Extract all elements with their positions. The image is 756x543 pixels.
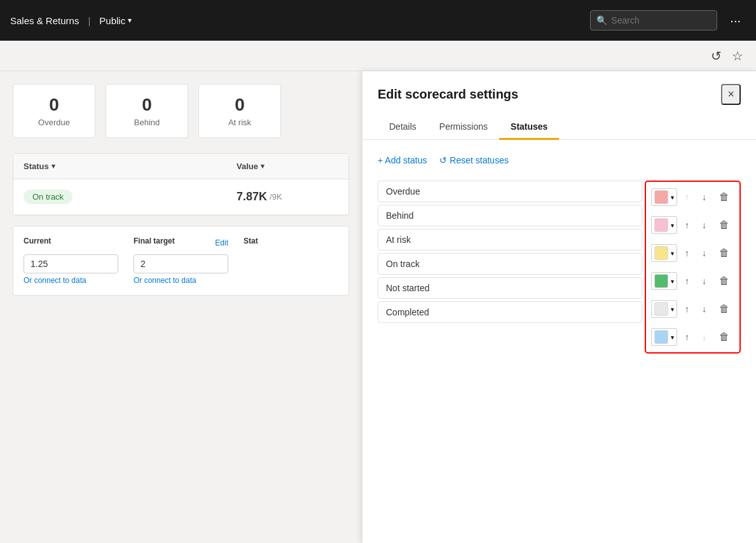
current-input[interactable] <box>24 254 118 273</box>
topbar: Sales & Returns | Public ▾ 🔍 ··· <box>0 0 756 41</box>
connect-to-data-target[interactable]: Or connect to data <box>134 276 228 285</box>
status-cell: On track <box>24 189 237 204</box>
delete-completed[interactable]: 🗑 <box>714 329 734 345</box>
kpi-card-overdue: 0 Overdue <box>13 84 95 138</box>
status-item-completed: Completed <box>378 301 642 323</box>
panel-title-row: Edit scorecard settings × <box>378 84 741 105</box>
status-name-not-started: Not started <box>386 283 634 293</box>
color-picker-at-risk[interactable]: ▾ <box>651 244 677 262</box>
kpi-label-at-risk: At risk <box>214 118 265 127</box>
topbar-divider: | <box>88 15 90 26</box>
value-number: 7.87K <box>237 190 267 203</box>
more-options-button[interactable]: ··· <box>725 11 746 31</box>
color-swatch-behind <box>654 218 668 232</box>
visibility-selector[interactable]: Public ▾ <box>99 15 132 26</box>
col-header-value[interactable]: Value ▾ <box>237 162 338 171</box>
kpi-label-behind: Behind <box>121 118 172 127</box>
color-picker-completed[interactable]: ▾ <box>651 328 677 346</box>
move-up-on-track[interactable]: ↑ <box>680 273 694 289</box>
toolbar: ↺ ☆ <box>0 41 756 71</box>
move-up-at-risk[interactable]: ↑ <box>680 245 694 261</box>
color-swatch-at-risk <box>654 246 668 260</box>
move-up-not-started[interactable]: ↑ <box>680 301 694 317</box>
kpi-card-at-risk: 0 At risk <box>198 84 281 138</box>
visibility-label: Public <box>99 15 125 26</box>
status-controls-highlight: ▾ ↑ ↓ 🗑 ▾ ↑ ↓ 🗑 <box>645 181 741 354</box>
delete-behind[interactable]: 🗑 <box>714 217 734 233</box>
move-up-completed[interactable]: ↑ <box>680 329 694 345</box>
chevron-down-icon: ▾ <box>671 334 674 341</box>
left-panel: 0 Overdue 0 Behind 0 At risk Status ▾ Va… <box>0 71 362 543</box>
chevron-down-icon: ▾ <box>52 162 55 170</box>
kpi-row: 0 Overdue 0 Behind 0 At risk <box>13 84 349 138</box>
color-picker-on-track[interactable]: ▾ <box>651 272 677 290</box>
topbar-left: Sales & Returns | Public ▾ <box>10 15 132 26</box>
delete-not-started[interactable]: 🗑 <box>714 301 734 317</box>
status-item-overdue: Overdue <box>378 181 642 202</box>
reset-statuses-button[interactable]: ↺ Reset statuses <box>439 153 509 168</box>
delete-on-track[interactable]: 🗑 <box>714 273 734 289</box>
action-buttons: + Add status ↺ Reset statuses <box>378 153 741 168</box>
on-track-badge: On track <box>24 189 72 204</box>
current-label: Current <box>24 237 51 245</box>
edit-link[interactable]: Edit <box>215 238 228 247</box>
kpi-number-overdue: 0 <box>29 95 79 115</box>
panel-header: Edit scorecard settings × Details Permis… <box>362 71 756 140</box>
tab-permissions[interactable]: Permissions <box>428 115 499 140</box>
final-target-label: Final target <box>134 237 175 245</box>
move-down-at-risk[interactable]: ↓ <box>697 245 711 261</box>
controls-row-behind: ▾ ↑ ↓ 🗑 <box>649 212 737 238</box>
move-down-completed[interactable]: ↓ <box>697 329 711 345</box>
color-picker-overdue[interactable]: ▾ <box>651 188 677 206</box>
move-down-not-started[interactable]: ↓ <box>697 301 711 317</box>
status-col-label: Stat <box>244 237 338 245</box>
status-list-container: Overdue Behind At risk On track Not star… <box>378 181 741 354</box>
search-input[interactable] <box>590 10 717 31</box>
delete-at-risk[interactable]: 🗑 <box>714 245 734 261</box>
value-sub: /9K <box>270 192 282 202</box>
right-panel: Edit scorecard settings × Details Permis… <box>362 71 756 543</box>
final-target-col: Final target Edit Or connect to data <box>134 237 228 285</box>
kpi-number-behind: 0 <box>121 95 172 115</box>
favorite-icon[interactable]: ☆ <box>732 48 743 64</box>
chevron-down-icon: ▾ <box>671 222 674 229</box>
refresh-icon[interactable]: ↺ <box>711 48 722 64</box>
add-status-button[interactable]: + Add status <box>378 153 427 168</box>
tab-statuses[interactable]: Statuses <box>499 115 559 140</box>
status-name-completed: Completed <box>386 307 634 317</box>
status-name-behind: Behind <box>386 210 634 221</box>
controls-row-on-track: ▾ ↑ ↓ 🗑 <box>649 268 737 294</box>
controls-row-completed: ▾ ↑ ↓ 🗑 <box>649 324 737 350</box>
panel-close-button[interactable]: × <box>721 84 741 105</box>
chevron-down-icon: ▾ <box>671 306 674 313</box>
move-up-behind[interactable]: ↑ <box>680 217 694 233</box>
status-name-on-track: On track <box>386 259 634 269</box>
status-item-on-track: On track <box>378 253 642 275</box>
controls-row-not-started: ▾ ↑ ↓ 🗑 <box>649 296 737 322</box>
color-swatch-overdue <box>654 190 668 204</box>
controls-row-at-risk: ▾ ↑ ↓ 🗑 <box>649 240 737 266</box>
move-up-overdue[interactable]: ↑ <box>680 189 694 205</box>
delete-overdue[interactable]: 🗑 <box>714 189 734 205</box>
status-item-not-started: Not started <box>378 277 642 299</box>
color-swatch-on-track <box>654 274 668 288</box>
scorecard-header: Status ▾ Value ▾ <box>13 154 348 179</box>
connect-to-data-current[interactable]: Or connect to data <box>24 276 118 285</box>
current-col: Current Or connect to data <box>24 237 118 285</box>
panel-tabs: Details Permissions Statuses <box>378 115 741 139</box>
kpi-label-overdue: Overdue <box>29 118 79 127</box>
chevron-down-icon: ▾ <box>671 278 674 285</box>
search-icon: 🔍 <box>596 15 607 25</box>
move-down-on-track[interactable]: ↓ <box>697 273 711 289</box>
color-picker-not-started[interactable]: ▾ <box>651 300 677 318</box>
move-down-behind[interactable]: ↓ <box>697 217 711 233</box>
status-col: Stat <box>244 237 338 285</box>
status-name-overdue: Overdue <box>386 186 634 196</box>
tab-details[interactable]: Details <box>378 115 428 140</box>
final-target-input[interactable] <box>134 254 228 273</box>
color-picker-behind[interactable]: ▾ <box>651 216 677 234</box>
move-down-overdue[interactable]: ↓ <box>697 189 711 205</box>
col-header-status[interactable]: Status ▾ <box>24 162 237 171</box>
scorecard-table: Status ▾ Value ▾ On track 7.87K /9K <box>13 153 349 216</box>
status-names-col: Overdue Behind At risk On track Not star… <box>378 181 642 354</box>
